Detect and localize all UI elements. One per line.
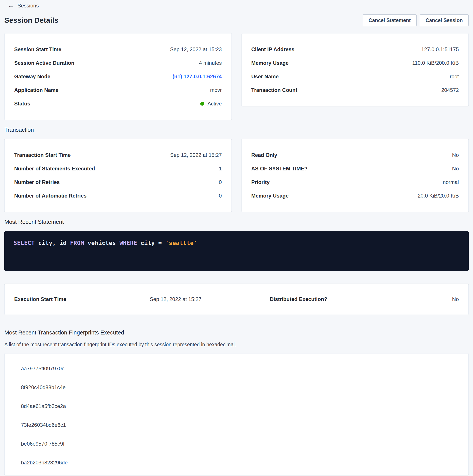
info-row-label: Number of Statements Executed [14, 166, 95, 172]
session-summary-card-left: Session Start Time Sep 12, 2022 at 15:23… [4, 33, 232, 120]
fingerprints-section-heading: Most Recent Transaction Fingerprints Exe… [4, 329, 469, 336]
page-title: Session Details [4, 16, 58, 24]
info-row-label: Client IP Address [251, 46, 294, 52]
info-row-label: Number of Retries [14, 179, 60, 185]
info-row-label: Memory Usage [251, 60, 289, 66]
cancel-session-button[interactable]: Cancel Session [420, 15, 469, 26]
sql-statement-box: SELECT city, id FROM vehicles WHERE city… [4, 231, 469, 271]
info-row-label: Gateway Node [14, 73, 50, 80]
transaction-section-heading: Transaction [4, 126, 469, 133]
info-row-value: 0 [219, 179, 222, 185]
sql-token-plain: city, id [35, 240, 70, 246]
execution-start-time-value: Sep 12, 2022 at 15:27 [150, 296, 270, 302]
info-row-value: Sep 12, 2022 at 15:23 [170, 46, 222, 52]
info-row-label: Session Start Time [14, 46, 61, 52]
fingerprint-list-item: be06e9570f785c9f [14, 434, 459, 453]
transaction-card-right: Read Only No AS OF SYSTEM TIME? No Prior… [242, 139, 469, 212]
info-row: Number of Statements Executed 1 [14, 162, 222, 175]
execution-details-card: Execution Start Time Sep 12, 2022 at 15:… [4, 284, 469, 315]
sql-statement-code: SELECT city, id FROM vehicles WHERE city… [14, 240, 197, 246]
session-summary-cards: Session Start Time Sep 12, 2022 at 15:23… [4, 33, 469, 120]
breadcrumb-label: Sessions [17, 3, 39, 9]
fingerprint-list-item: 73fe26034bd6e6c1 [14, 416, 459, 434]
info-row: Transaction Count 204572 [251, 83, 459, 97]
transaction-cards: Transaction Start Time Sep 12, 2022 at 1… [4, 139, 469, 212]
cancel-statement-button[interactable]: Cancel Statement [363, 15, 417, 26]
info-row-label: Status [14, 101, 30, 107]
info-row: Transaction Start Time Sep 12, 2022 at 1… [14, 148, 222, 162]
info-row-value: 20.0 KiB/20.0 KiB [418, 193, 459, 199]
info-row: User Name root [251, 70, 459, 83]
info-row-value: 0 [219, 193, 222, 199]
info-row-value: Active [200, 101, 222, 107]
session-summary-card-right: Client IP Address 127.0.0.1:51175 Memory… [242, 33, 469, 106]
sql-token-keyword: WHERE [120, 240, 137, 246]
info-row-label: Transaction Count [251, 87, 297, 93]
info-row: Application Name movr [14, 83, 222, 97]
header-actions: Cancel Statement Cancel Session [363, 15, 469, 26]
transaction-card-left: Transaction Start Time Sep 12, 2022 at 1… [4, 139, 232, 212]
info-row-label: AS OF SYSTEM TIME? [251, 166, 308, 172]
info-row-value: 204572 [441, 87, 459, 93]
info-row-label: Read Only [251, 152, 277, 158]
info-row-label: Session Active Duration [14, 60, 74, 66]
info-row-label: Transaction Start Time [14, 152, 71, 158]
info-row: Priority normal [251, 175, 459, 189]
fingerprint-list-item: aa79775ff097970c [14, 359, 459, 378]
fingerprints-card: aa79775ff097970c 8f920c40d88b1c4e 8d4ae6… [4, 353, 469, 475]
distributed-execution-value: No [452, 296, 459, 302]
status-active-dot-icon [200, 102, 204, 106]
title-row: Session Details Cancel Statement Cancel … [4, 15, 469, 26]
info-row-value: Sep 12, 2022 at 15:27 [170, 152, 222, 158]
info-row-label: Number of Automatic Retries [14, 193, 87, 199]
info-row-value: No [452, 152, 459, 158]
info-row: Status Active [14, 97, 222, 110]
info-row: Number of Automatic Retries 0 [14, 189, 222, 203]
info-row-value: No [452, 166, 459, 172]
statement-section-heading: Most Recent Statement [4, 219, 469, 225]
sql-token-plain: vehicles [84, 240, 120, 246]
info-row: Memory Usage 110.0 KiB/200.0 KiB [251, 56, 459, 70]
session-details-page: ← Sessions Session Details Cancel Statem… [0, 0, 473, 475]
info-row-value: (n1) 127.0.0.1:62674 [172, 73, 222, 80]
breadcrumb-back-sessions[interactable]: ← Sessions [8, 3, 39, 9]
back-arrow-icon: ← [8, 3, 14, 9]
distributed-execution-label: Distributed Execution? [270, 296, 392, 302]
info-row-label: Application Name [14, 87, 59, 93]
info-row-value: root [450, 73, 459, 80]
info-row-label: Memory Usage [251, 193, 289, 199]
info-row: Memory Usage 20.0 KiB/20.0 KiB [251, 189, 459, 203]
info-row: Gateway Node (n1) 127.0.0.1:62674 [14, 70, 222, 83]
execution-start-time-label: Execution Start Time [14, 296, 150, 302]
info-row-value: 1 [219, 166, 222, 172]
info-row: Client IP Address 127.0.0.1:51175 [251, 43, 459, 56]
info-row-value: 4 minutes [199, 60, 222, 66]
info-row-value: movr [210, 87, 222, 93]
info-row-value: normal [443, 179, 459, 185]
sql-token-keyword: SELECT [14, 240, 35, 246]
fingerprints-description: A list of the most recent transaction fi… [4, 342, 469, 348]
gateway-node-link[interactable]: (n1) 127.0.0.1:62674 [172, 73, 222, 79]
fingerprint-list-item: ba2b203b823296de [14, 453, 459, 472]
fingerprint-list-item: 8f920c40d88b1c4e [14, 378, 459, 397]
info-row: Session Start Time Sep 12, 2022 at 15:23 [14, 43, 222, 56]
info-row: Session Active Duration 4 minutes [14, 56, 222, 70]
info-row: Number of Retries 0 [14, 175, 222, 189]
info-row-label: Priority [251, 179, 270, 185]
sql-token-string: 'seattle' [165, 240, 197, 246]
info-row: AS OF SYSTEM TIME? No [251, 162, 459, 175]
info-row-value: 110.0 KiB/200.0 KiB [412, 60, 459, 66]
sql-token-plain: city = [137, 240, 165, 246]
info-row: Read Only No [251, 148, 459, 162]
info-row-label: User Name [251, 73, 279, 80]
sql-token-keyword: FROM [70, 240, 84, 246]
fingerprint-list-item: 8d4ae61a5fb3ce2a [14, 397, 459, 416]
info-row-value: 127.0.0.1:51175 [421, 46, 459, 52]
